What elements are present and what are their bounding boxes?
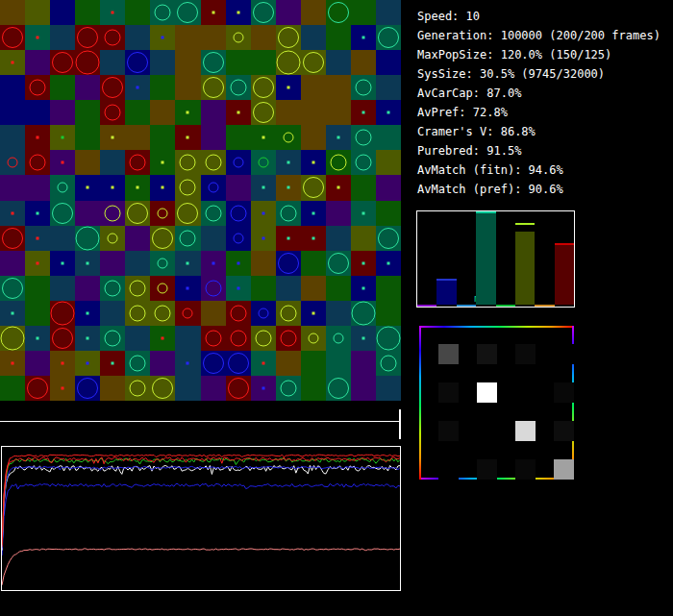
series-pink-low: [2, 549, 400, 585]
organism-dot: [37, 236, 39, 239]
organism-circle: [233, 158, 243, 168]
world-cell: [50, 276, 75, 301]
world-cell: [351, 276, 376, 301]
organism-circle: [378, 228, 399, 249]
world-cell: [125, 376, 150, 401]
stat-line-0: Speed: 10: [417, 7, 669, 26]
organism-circle: [51, 301, 75, 325]
stat-line-8: AvMatch (fitn): 94.6%: [417, 160, 669, 180]
world-cell: [251, 376, 276, 401]
organism-circle: [105, 30, 121, 46]
world-cell: [125, 100, 150, 125]
organism-circle: [108, 233, 118, 243]
organism-circle: [278, 27, 299, 48]
organism-circle: [303, 177, 324, 198]
world-cell: [251, 251, 276, 276]
organism-dot: [112, 136, 114, 139]
organism-circle: [58, 183, 68, 193]
world-cell: [276, 150, 301, 175]
world-cell: [201, 75, 226, 100]
world-cell: [326, 50, 351, 75]
organism-circle: [328, 253, 349, 274]
organism-circle: [158, 208, 168, 218]
world-cell: [150, 201, 175, 226]
world-cell: [150, 50, 175, 75]
world-cell: [251, 25, 276, 50]
stat-line-7: Purebred: 91.5%: [417, 141, 669, 160]
world-cell: [150, 125, 175, 150]
organism-circle: [76, 226, 100, 250]
organism-circle: [130, 280, 146, 296]
world-cell: [75, 25, 100, 50]
timeline-position-marker[interactable]: [399, 409, 401, 439]
world-cell: [226, 201, 251, 226]
world-cell: [150, 326, 175, 351]
stat-line-5: AvPref: 72.8%: [417, 103, 669, 122]
world-cell: [100, 326, 125, 351]
organism-dot: [262, 386, 264, 389]
world-grid[interactable]: [0, 0, 401, 401]
world-cell: [100, 50, 125, 75]
world-cell: [25, 100, 50, 125]
world-cell: [301, 326, 326, 351]
organism-dot: [287, 161, 289, 164]
organism-circle: [230, 80, 246, 96]
world-cell: [326, 175, 351, 200]
organism-dot: [137, 86, 139, 89]
world-cell: [351, 351, 376, 376]
organism-dot: [162, 336, 164, 339]
organism-dot: [37, 136, 39, 139]
timeline-track[interactable]: [0, 421, 401, 422]
organism-dot: [262, 211, 264, 214]
world-cell: [50, 125, 75, 150]
world-cell: [25, 376, 50, 401]
organism-circle: [158, 283, 168, 293]
organism-dot: [386, 261, 389, 264]
organism-dot: [262, 361, 264, 364]
world-cell: [251, 201, 276, 226]
world-cell: [125, 150, 150, 175]
world-cell: [100, 376, 125, 401]
matrix-cell-0-3: [554, 344, 574, 364]
world-cell: [376, 0, 401, 25]
organism-circle: [30, 80, 46, 96]
world-cell: [100, 276, 125, 301]
world-cell: [125, 50, 150, 75]
organism-dot: [62, 261, 64, 264]
organism-circle: [228, 378, 249, 399]
world-cell: [75, 251, 100, 276]
world-cell: [351, 125, 376, 150]
world-cell: [251, 150, 276, 175]
matrix-cell-3-1: [477, 459, 497, 480]
organism-circle: [158, 258, 168, 268]
organism-dot: [62, 386, 64, 389]
world-cell: [201, 301, 226, 326]
world-cell: [75, 125, 100, 150]
organism-dot: [237, 286, 239, 289]
organism-dot: [361, 111, 364, 114]
world-cell: [326, 100, 351, 125]
organism-dot: [12, 211, 14, 214]
world-cell: [175, 125, 200, 150]
world-cell: [175, 100, 200, 125]
baseline-segment-3: [535, 305, 554, 307]
organism-circle: [1, 326, 25, 350]
world-cell: [75, 50, 100, 75]
world-cell: [150, 251, 175, 276]
world-cell: [125, 326, 150, 351]
world-cell: [50, 100, 75, 125]
organism-circle: [376, 326, 400, 350]
world-cell: [175, 175, 200, 200]
world-cell: [25, 301, 50, 326]
world-cell: [376, 276, 401, 301]
world-cell: [301, 50, 326, 75]
world-cell: [301, 150, 326, 175]
world-cell: [326, 326, 351, 351]
mating-matrix-heatmap: [419, 326, 574, 480]
world-cell: [125, 276, 150, 301]
organism-circle: [208, 183, 218, 193]
organism-dot: [262, 186, 264, 189]
world-cell: [0, 150, 25, 175]
world-cell: [0, 326, 25, 351]
organism-dot: [62, 136, 64, 139]
